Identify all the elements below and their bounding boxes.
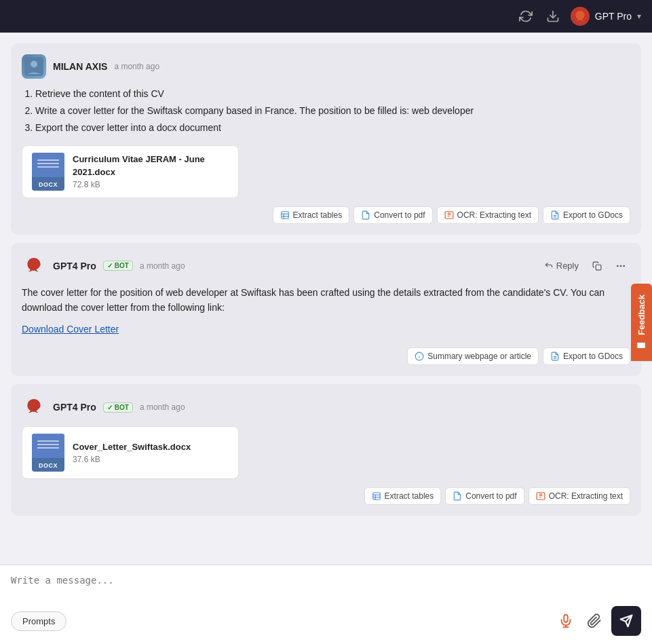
file-size-3: 37.6 kB	[73, 455, 229, 464]
message-actions-2: Reply	[540, 259, 630, 273]
tool-buttons-3: Extract tables Convert to pdf OCR: Extra…	[22, 487, 630, 505]
mic-button[interactable]	[554, 609, 577, 632]
extract-tables-btn-3[interactable]: Extract tables	[364, 487, 442, 505]
summary-icon	[415, 352, 424, 361]
svg-rect-21	[372, 493, 380, 500]
pdf-icon-3	[453, 491, 462, 501]
chat-area: MILAN AXIS a month ago Retrieve the cont…	[0, 33, 652, 565]
download-button[interactable]	[543, 7, 562, 26]
message-input[interactable]	[11, 573, 641, 598]
svg-rect-27	[564, 615, 568, 622]
copy-button[interactable]	[588, 259, 606, 273]
message-header-1: MILAN AXIS a month ago	[22, 54, 630, 79]
svg-point-12	[617, 265, 619, 267]
convert-pdf-label-3: Convert to pdf	[465, 491, 516, 501]
svg-point-13	[620, 265, 622, 267]
file-type-label-3: DOCX	[39, 462, 58, 469]
message-header-3: GPT4 Pro ✓ BOT a month ago	[22, 395, 630, 419]
file-size-1: 72.8 kB	[73, 180, 229, 189]
message-header-2: GPT4 Pro ✓ BOT a month ago Reply	[22, 254, 630, 278]
file-icon-3: DOCX	[32, 434, 64, 472]
message-text-2: The cover letter for the position of web…	[22, 285, 630, 316]
reply-button[interactable]: Reply	[540, 259, 583, 273]
svg-point-2	[31, 61, 37, 68]
export-gdocs-btn-1[interactable]: Export to GDocs	[543, 206, 630, 224]
ocr-btn-1[interactable]: OCR: Extracting text	[437, 206, 539, 224]
file-type-label-1: DOCX	[39, 181, 58, 188]
export-gdocs-label-2: Export to GDocs	[563, 352, 623, 361]
profile-icon	[571, 7, 590, 26]
file-info-1: Curriculum Vitae JERAM - June 2021.docx …	[73, 153, 229, 189]
export-gdocs-label-1: Export to GDocs	[563, 210, 623, 220]
convert-pdf-btn-3[interactable]: Convert to pdf	[445, 487, 524, 505]
extract-tables-btn-1[interactable]: Extract tables	[273, 206, 350, 224]
svg-point-14	[623, 265, 625, 267]
message-card-3: GPT4 Pro ✓ BOT a month ago DOCX Cover_Le…	[11, 384, 641, 516]
gdocs-icon-2	[550, 352, 560, 361]
file-icon-1: DOCX	[32, 153, 64, 191]
message-card-1: MILAN AXIS a month ago Retrieve the cont…	[11, 43, 641, 235]
summary-btn[interactable]: Summary webpage or article	[407, 347, 539, 365]
bot-label-3: BOT	[115, 404, 129, 411]
sender-name-2: GPT4 Pro	[53, 261, 96, 271]
profile-menu[interactable]: GPT Pro ▾	[571, 7, 641, 26]
ocr-icon-3	[536, 491, 545, 501]
convert-pdf-label: Convert to pdf	[374, 210, 425, 220]
file-attachment-3[interactable]: DOCX Cover_Letter_Swiftask.docx 37.6 kB	[22, 426, 239, 479]
avatar-gpt-3	[22, 395, 46, 419]
table-icon	[280, 210, 290, 220]
bot-badge-2: ✓ BOT	[103, 261, 133, 271]
attachment-button[interactable]	[583, 609, 606, 632]
message-card-2: GPT4 Pro ✓ BOT a month ago Reply The cov…	[11, 243, 641, 377]
table-icon-3	[372, 491, 381, 501]
gdocs-icon	[550, 210, 560, 220]
convert-pdf-btn-1[interactable]: Convert to pdf	[353, 206, 432, 224]
timestamp-2: a month ago	[140, 261, 185, 271]
check-icon: ✓	[107, 262, 113, 269]
input-area: Prompts	[0, 565, 652, 644]
file-name-3: Cover_Letter_Swiftask.docx	[73, 441, 229, 453]
download-link[interactable]: Download Cover Letter	[22, 324, 119, 335]
chevron-down-icon: ▾	[637, 12, 641, 21]
reply-label: Reply	[556, 261, 579, 271]
list-item-2: Write a cover letter for the Swiftask co…	[35, 102, 630, 119]
summary-label: Summary webpage or article	[427, 352, 531, 361]
more-button[interactable]	[611, 259, 630, 273]
input-toolbar: Prompts	[11, 606, 641, 636]
avatar-gpt-2	[22, 254, 46, 278]
topbar: GPT Pro ▾	[0, 0, 652, 33]
extract-tables-label-3: Extract tables	[385, 491, 434, 501]
send-button[interactable]	[611, 606, 641, 636]
tool-buttons-2: Summary webpage or article Export to GDo…	[22, 347, 630, 365]
sender-name-3: GPT4 Pro	[53, 402, 96, 413]
message-list-1: Retrieve the content of this CV Write a …	[22, 86, 630, 137]
timestamp-1: a month ago	[114, 62, 159, 71]
svg-rect-26	[638, 342, 646, 347]
ocr-btn-3[interactable]: OCR: Extracting text	[529, 487, 630, 505]
bot-badge-3: ✓ BOT	[103, 402, 133, 413]
export-gdocs-btn-2[interactable]: Export to GDocs	[543, 347, 630, 365]
ocr-icon	[444, 210, 454, 220]
ocr-label-3: OCR: Extracting text	[549, 491, 623, 501]
profile-name: GPT Pro	[595, 11, 632, 22]
ocr-label-1: OCR: Extracting text	[457, 210, 531, 220]
file-attachment-1[interactable]: DOCX Curriculum Vitae JERAM - June 2021.…	[22, 145, 239, 198]
svg-rect-3	[281, 211, 288, 219]
feedback-label: Feedback	[636, 295, 647, 335]
file-info-3: Cover_Letter_Swiftask.docx 37.6 kB	[73, 441, 229, 464]
bot-label: BOT	[115, 262, 129, 269]
file-name-1: Curriculum Vitae JERAM - June 2021.docx	[73, 153, 229, 178]
feedback-tab[interactable]: Feedback	[631, 284, 652, 361]
pdf-icon	[361, 210, 370, 220]
list-item-1: Retrieve the content of this CV	[35, 86, 630, 102]
prompts-button[interactable]: Prompts	[11, 611, 66, 631]
timestamp-3: a month ago	[140, 402, 185, 412]
refresh-button[interactable]	[516, 7, 535, 26]
tool-buttons-1: Extract tables Convert to pdf OCR: Extra…	[22, 206, 630, 224]
chat-spacer	[11, 524, 641, 551]
extract-tables-label: Extract tables	[293, 210, 343, 220]
list-item-3: Export the cover letter into a docx docu…	[35, 119, 630, 136]
check-icon-3: ✓	[107, 404, 113, 411]
svg-rect-11	[596, 265, 601, 270]
avatar-milan	[22, 54, 46, 79]
